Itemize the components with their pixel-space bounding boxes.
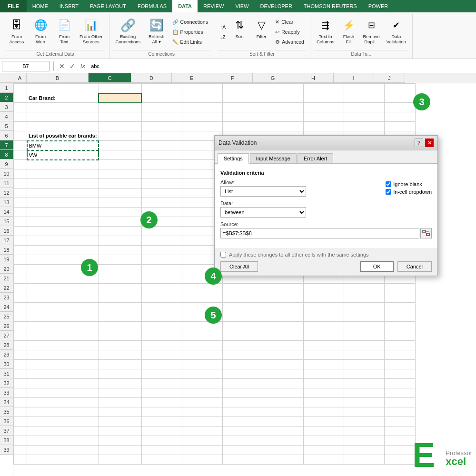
row-header-11[interactable]: 11 — [0, 178, 13, 188]
col-header-D[interactable]: D — [131, 73, 172, 83]
row-header-13[interactable]: 13 — [0, 198, 13, 207]
cell-J4[interactable] — [384, 112, 415, 122]
col-header-J[interactable]: J — [374, 73, 405, 83]
advanced-button[interactable]: ⚙ Advanced — [273, 37, 306, 47]
cell-B7[interactable]: BMW — [27, 141, 99, 150]
row-header-8[interactable]: 8 — [0, 150, 13, 159]
cell-D5[interactable] — [141, 122, 182, 131]
row-header-2[interactable]: 2 — [0, 93, 13, 102]
apply-all-checkbox[interactable] — [220, 252, 226, 258]
row-header-7[interactable]: 7 — [0, 140, 13, 150]
row-header-22[interactable]: 22 — [0, 283, 13, 293]
row-header-3[interactable]: 3 — [0, 102, 13, 112]
dialog-help-button[interactable]: ? — [415, 139, 423, 147]
file-tab[interactable]: FILE — [0, 0, 27, 12]
cell-D1[interactable] — [141, 84, 182, 93]
sort-az-button[interactable]: ↑A — [218, 22, 228, 32]
cell-A4[interactable] — [14, 112, 27, 122]
cell-H4[interactable] — [303, 112, 344, 122]
cell-A10[interactable] — [14, 169, 27, 179]
cell-C2[interactable] — [99, 93, 141, 103]
cell-B6[interactable]: List of possible car brands: — [27, 131, 99, 141]
refresh-all-button[interactable]: 🔄 RefreshAll ▾ — [145, 16, 169, 48]
tab-thomson[interactable]: THOMSON REUTERS — [298, 0, 363, 12]
cell-G4[interactable] — [263, 112, 303, 122]
row-header-39[interactable]: 39 — [0, 445, 13, 455]
cell-D7[interactable] — [141, 141, 182, 150]
formula-input[interactable] — [89, 63, 474, 69]
row-header-25[interactable]: 25 — [0, 312, 13, 321]
row-header-9[interactable]: 9 — [0, 159, 13, 169]
row-header-20[interactable]: 20 — [0, 264, 13, 274]
cell-G5[interactable] — [263, 122, 303, 131]
tab-data[interactable]: DATA — [172, 0, 198, 12]
row-header-35[interactable]: 35 — [0, 407, 13, 416]
remove-duplicates-button[interactable]: ⊟ RemoveDupli... — [360, 16, 382, 48]
row-header-37[interactable]: 37 — [0, 426, 13, 436]
cell-A7[interactable] — [14, 141, 27, 150]
clear-button[interactable]: ✕ Clear — [273, 17, 306, 27]
data-select[interactable]: between not between equal to — [220, 207, 306, 218]
cell-C3[interactable] — [99, 103, 141, 112]
in-cell-dropdown-checkbox[interactable] — [386, 189, 391, 195]
cell-B3[interactable] — [27, 103, 99, 112]
tab-power[interactable]: POWER — [363, 0, 394, 12]
row-header-31[interactable]: 31 — [0, 369, 13, 378]
cell-H1[interactable] — [303, 84, 344, 93]
row-header-38[interactable]: 38 — [0, 436, 13, 445]
existing-connections-button[interactable]: 🔗 ExistingConnections — [113, 16, 143, 48]
data-validation-dialog[interactable]: Data Validation ? ✕ Settings Input Messa… — [214, 135, 438, 276]
row-header-30[interactable]: 30 — [0, 359, 13, 369]
row-header-15[interactable]: 15 — [0, 217, 13, 226]
data-validation-button[interactable]: ✔ DataValidation — [384, 16, 408, 48]
cell-A5[interactable] — [14, 122, 27, 131]
cell-C1[interactable] — [99, 84, 141, 93]
cell-B2[interactable]: Car Brand: — [27, 93, 99, 103]
row-header-12[interactable]: 12 — [0, 188, 13, 198]
cell-G1[interactable] — [263, 84, 303, 93]
cell-B4[interactable] — [27, 112, 99, 122]
row-header-36[interactable]: 36 — [0, 416, 13, 426]
row-header-28[interactable]: 28 — [0, 340, 13, 350]
source-input[interactable] — [220, 228, 419, 238]
source-range-button[interactable] — [420, 228, 432, 238]
sort-button[interactable]: ⇅ Sort — [229, 16, 249, 48]
cell-C10[interactable] — [99, 169, 141, 179]
row-header-17[interactable]: 17 — [0, 236, 13, 245]
row-header-16[interactable]: 16 — [0, 226, 13, 236]
row-header-5[interactable]: 5 — [0, 121, 13, 131]
col-header-A[interactable]: A — [13, 73, 27, 83]
formula-confirm-btn[interactable]: ✓ — [68, 62, 77, 70]
cell-I2[interactable] — [344, 93, 384, 103]
edit-links-button[interactable]: ✏️ Edit Links — [170, 37, 210, 47]
tab-page-layout[interactable]: PAGE LAYOUT — [84, 0, 132, 12]
from-text-button[interactable]: 📄 FromText — [53, 16, 75, 48]
col-header-G[interactable]: G — [253, 73, 293, 83]
from-access-button[interactable]: 🗄 FromAccess — [6, 16, 28, 48]
row-header-32[interactable]: 32 — [0, 378, 13, 388]
cell-I4[interactable] — [344, 112, 384, 122]
cell-D3[interactable] — [141, 103, 182, 112]
cell-A3[interactable] — [14, 103, 27, 112]
row-header-1[interactable]: 1 — [0, 83, 13, 93]
name-box[interactable] — [2, 61, 50, 71]
dialog-tab-input-message[interactable]: Input Message — [250, 153, 297, 163]
row-header-26[interactable]: 26 — [0, 321, 13, 331]
row-header-18[interactable]: 18 — [0, 245, 13, 255]
row-header-19[interactable]: 19 — [0, 255, 13, 264]
cell-C7[interactable] — [99, 141, 141, 150]
cell-C4[interactable] — [99, 112, 141, 122]
dialog-tab-error-alert[interactable]: Error Alert — [298, 153, 334, 163]
cell-I3[interactable] — [344, 103, 384, 112]
tab-view[interactable]: VIEW — [229, 0, 254, 12]
row-header-29[interactable]: 29 — [0, 350, 13, 359]
cell-I5[interactable] — [344, 122, 384, 131]
row-header-23[interactable]: 23 — [0, 293, 13, 302]
connections-button[interactable]: 🔗 Connections — [170, 17, 210, 27]
from-web-button[interactable]: 🌐 FromWeb — [30, 16, 51, 48]
cell-D2[interactable] — [141, 93, 182, 103]
from-other-sources-button[interactable]: 📊 From OtherSources — [77, 16, 105, 48]
cell-D4[interactable] — [141, 112, 182, 122]
cell-J2[interactable] — [384, 93, 415, 103]
col-header-C[interactable]: C — [89, 73, 131, 83]
